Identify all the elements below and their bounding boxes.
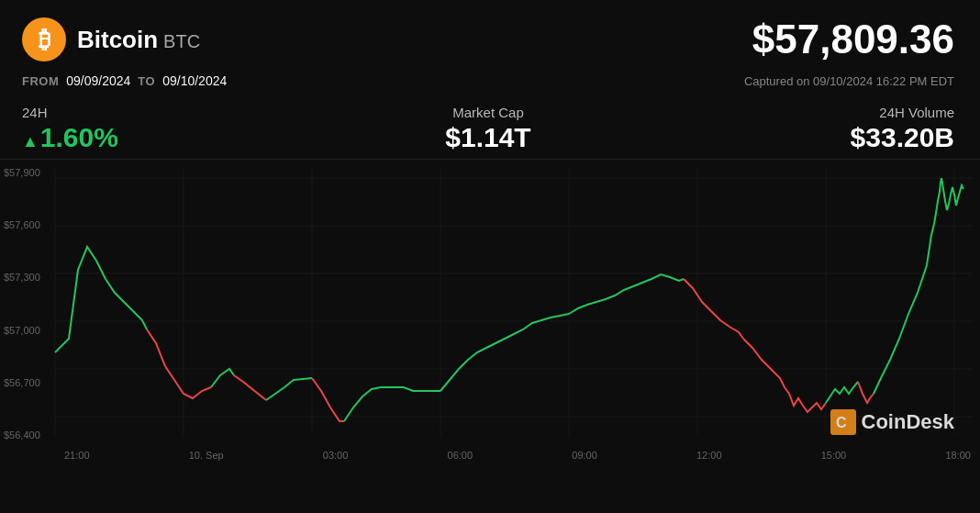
to-date: 09/10/2024 [162, 73, 227, 88]
market-cap-value: $1.14T [333, 122, 644, 153]
x-label-21: 21:00 [64, 450, 90, 461]
coin-name: Bitcoin [77, 26, 158, 53]
to-label: TO [138, 74, 155, 88]
x-label-12: 12:00 [696, 450, 722, 461]
bitcoin-logo-icon: ₿ [22, 17, 66, 61]
market-cap-block: Market Cap $1.14T [333, 105, 644, 153]
svg-text:C: C [836, 415, 847, 430]
header: ₿ BitcoinBTC $57,809.36 [0, 0, 980, 72]
x-axis-labels: 21:00 10. Sep 03:00 06:00 09:00 12:00 15… [55, 450, 980, 461]
captured-text: Captured on 09/10/2024 16:22 PM EDT [744, 74, 954, 88]
coindesk-watermark: C CoinDesk [830, 409, 954, 435]
from-label: FROM [22, 74, 59, 88]
change-value: ▲1.60% [22, 122, 333, 153]
change-label: 24H [22, 105, 333, 120]
up-arrow-icon: ▲ [22, 132, 39, 151]
coin-info: BitcoinBTC [77, 26, 200, 54]
market-cap-label: Market Cap [333, 105, 644, 120]
from-date: 09/09/2024 [66, 73, 130, 88]
x-label-18: 18:00 [945, 450, 971, 461]
x-label-sep10: 10. Sep [189, 450, 224, 461]
x-label-06: 06:00 [448, 450, 473, 461]
date-range: FROM 09/09/2024 TO 09/10/2024 [22, 73, 227, 88]
chart-area: $57,900 $57,600 $57,300 $57,000 $56,700 … [0, 160, 980, 463]
24h-change-block: 24H ▲1.60% [22, 105, 333, 153]
logo-area: ₿ BitcoinBTC [22, 17, 200, 61]
x-label-15: 15:00 [821, 450, 847, 461]
coindesk-brand-text: CoinDesk [862, 410, 954, 434]
volume-label: 24H Volume [643, 105, 954, 120]
price-area: $57,809.36 [752, 17, 954, 62]
stats-row: 24H ▲1.60% Market Cap $1.14T 24H Volume … [0, 97, 980, 160]
main-price: $57,809.36 [752, 17, 954, 62]
x-label-03: 03:00 [323, 450, 349, 461]
volume-block: 24H Volume $33.20B [643, 105, 954, 153]
coindesk-logo-icon: C [830, 409, 856, 435]
x-label-09: 09:00 [572, 450, 597, 461]
volume-value: $33.20B [643, 122, 954, 153]
coin-ticker: BTC [163, 31, 200, 51]
date-row: FROM 09/09/2024 TO 09/10/2024 Captured o… [0, 72, 980, 97]
